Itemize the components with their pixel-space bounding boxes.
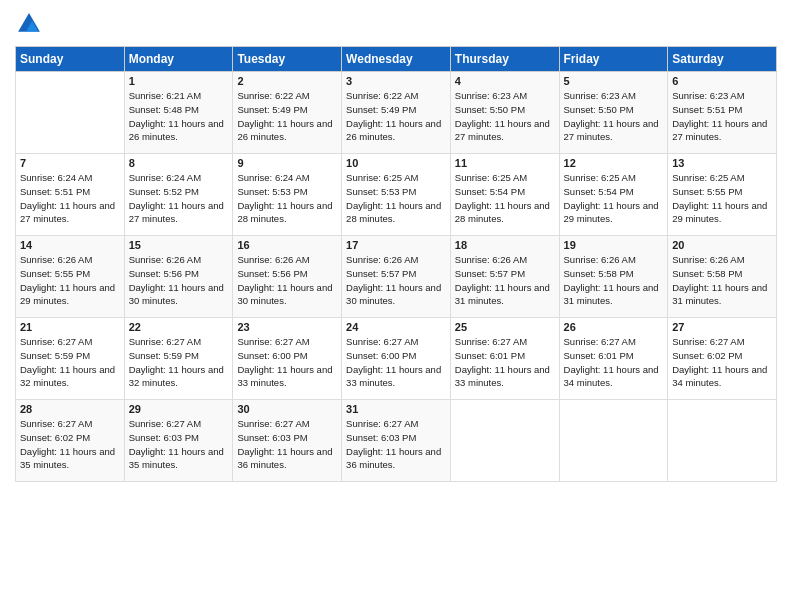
calendar-cell: 15Sunrise: 6:26 AMSunset: 5:56 PMDayligh… bbox=[124, 236, 233, 318]
day-number: 8 bbox=[129, 157, 229, 169]
calendar-cell: 14Sunrise: 6:26 AMSunset: 5:55 PMDayligh… bbox=[16, 236, 125, 318]
day-number: 31 bbox=[346, 403, 446, 415]
calendar-cell: 9Sunrise: 6:24 AMSunset: 5:53 PMDaylight… bbox=[233, 154, 342, 236]
week-row-5: 28Sunrise: 6:27 AMSunset: 6:02 PMDayligh… bbox=[16, 400, 777, 482]
day-info: Sunrise: 6:23 AMSunset: 5:51 PMDaylight:… bbox=[672, 89, 772, 144]
day-number: 9 bbox=[237, 157, 337, 169]
day-info: Sunrise: 6:26 AMSunset: 5:56 PMDaylight:… bbox=[237, 253, 337, 308]
week-row-1: 1Sunrise: 6:21 AMSunset: 5:48 PMDaylight… bbox=[16, 72, 777, 154]
day-info: Sunrise: 6:27 AMSunset: 6:02 PMDaylight:… bbox=[20, 417, 120, 472]
calendar-cell bbox=[668, 400, 777, 482]
calendar-cell: 10Sunrise: 6:25 AMSunset: 5:53 PMDayligh… bbox=[342, 154, 451, 236]
day-number: 4 bbox=[455, 75, 555, 87]
day-number: 19 bbox=[564, 239, 664, 251]
day-number: 16 bbox=[237, 239, 337, 251]
day-number: 15 bbox=[129, 239, 229, 251]
day-number: 1 bbox=[129, 75, 229, 87]
day-number: 11 bbox=[455, 157, 555, 169]
day-number: 17 bbox=[346, 239, 446, 251]
calendar-cell: 25Sunrise: 6:27 AMSunset: 6:01 PMDayligh… bbox=[450, 318, 559, 400]
day-header-tuesday: Tuesday bbox=[233, 47, 342, 72]
calendar-cell: 5Sunrise: 6:23 AMSunset: 5:50 PMDaylight… bbox=[559, 72, 668, 154]
day-info: Sunrise: 6:27 AMSunset: 6:03 PMDaylight:… bbox=[346, 417, 446, 472]
day-info: Sunrise: 6:23 AMSunset: 5:50 PMDaylight:… bbox=[455, 89, 555, 144]
day-info: Sunrise: 6:24 AMSunset: 5:52 PMDaylight:… bbox=[129, 171, 229, 226]
day-info: Sunrise: 6:27 AMSunset: 6:00 PMDaylight:… bbox=[237, 335, 337, 390]
calendar-cell bbox=[16, 72, 125, 154]
calendar-cell: 13Sunrise: 6:25 AMSunset: 5:55 PMDayligh… bbox=[668, 154, 777, 236]
day-info: Sunrise: 6:24 AMSunset: 5:51 PMDaylight:… bbox=[20, 171, 120, 226]
day-number: 13 bbox=[672, 157, 772, 169]
calendar-cell: 26Sunrise: 6:27 AMSunset: 6:01 PMDayligh… bbox=[559, 318, 668, 400]
day-info: Sunrise: 6:21 AMSunset: 5:48 PMDaylight:… bbox=[129, 89, 229, 144]
calendar-cell: 30Sunrise: 6:27 AMSunset: 6:03 PMDayligh… bbox=[233, 400, 342, 482]
calendar-cell: 21Sunrise: 6:27 AMSunset: 5:59 PMDayligh… bbox=[16, 318, 125, 400]
day-number: 6 bbox=[672, 75, 772, 87]
calendar-cell: 17Sunrise: 6:26 AMSunset: 5:57 PMDayligh… bbox=[342, 236, 451, 318]
day-number: 3 bbox=[346, 75, 446, 87]
calendar-cell: 31Sunrise: 6:27 AMSunset: 6:03 PMDayligh… bbox=[342, 400, 451, 482]
day-info: Sunrise: 6:23 AMSunset: 5:50 PMDaylight:… bbox=[564, 89, 664, 144]
day-header-thursday: Thursday bbox=[450, 47, 559, 72]
logo bbox=[15, 10, 47, 38]
day-header-saturday: Saturday bbox=[668, 47, 777, 72]
day-number: 29 bbox=[129, 403, 229, 415]
week-row-4: 21Sunrise: 6:27 AMSunset: 5:59 PMDayligh… bbox=[16, 318, 777, 400]
calendar-cell: 22Sunrise: 6:27 AMSunset: 5:59 PMDayligh… bbox=[124, 318, 233, 400]
day-info: Sunrise: 6:26 AMSunset: 5:58 PMDaylight:… bbox=[672, 253, 772, 308]
calendar-cell: 12Sunrise: 6:25 AMSunset: 5:54 PMDayligh… bbox=[559, 154, 668, 236]
calendar-cell: 1Sunrise: 6:21 AMSunset: 5:48 PMDaylight… bbox=[124, 72, 233, 154]
day-info: Sunrise: 6:27 AMSunset: 6:01 PMDaylight:… bbox=[564, 335, 664, 390]
logo-icon bbox=[15, 10, 43, 38]
calendar-cell: 20Sunrise: 6:26 AMSunset: 5:58 PMDayligh… bbox=[668, 236, 777, 318]
calendar-cell: 2Sunrise: 6:22 AMSunset: 5:49 PMDaylight… bbox=[233, 72, 342, 154]
calendar-cell: 18Sunrise: 6:26 AMSunset: 5:57 PMDayligh… bbox=[450, 236, 559, 318]
day-info: Sunrise: 6:27 AMSunset: 5:59 PMDaylight:… bbox=[20, 335, 120, 390]
day-number: 18 bbox=[455, 239, 555, 251]
day-number: 10 bbox=[346, 157, 446, 169]
page-container: SundayMondayTuesdayWednesdayThursdayFrid… bbox=[0, 0, 792, 487]
calendar-cell: 4Sunrise: 6:23 AMSunset: 5:50 PMDaylight… bbox=[450, 72, 559, 154]
day-info: Sunrise: 6:25 AMSunset: 5:54 PMDaylight:… bbox=[564, 171, 664, 226]
calendar-cell: 16Sunrise: 6:26 AMSunset: 5:56 PMDayligh… bbox=[233, 236, 342, 318]
day-info: Sunrise: 6:24 AMSunset: 5:53 PMDaylight:… bbox=[237, 171, 337, 226]
day-info: Sunrise: 6:27 AMSunset: 6:03 PMDaylight:… bbox=[237, 417, 337, 472]
calendar-cell: 7Sunrise: 6:24 AMSunset: 5:51 PMDaylight… bbox=[16, 154, 125, 236]
calendar-cell: 6Sunrise: 6:23 AMSunset: 5:51 PMDaylight… bbox=[668, 72, 777, 154]
day-number: 26 bbox=[564, 321, 664, 333]
week-row-2: 7Sunrise: 6:24 AMSunset: 5:51 PMDaylight… bbox=[16, 154, 777, 236]
day-info: Sunrise: 6:26 AMSunset: 5:57 PMDaylight:… bbox=[346, 253, 446, 308]
day-number: 20 bbox=[672, 239, 772, 251]
header bbox=[15, 10, 777, 38]
day-info: Sunrise: 6:27 AMSunset: 6:00 PMDaylight:… bbox=[346, 335, 446, 390]
day-header-monday: Monday bbox=[124, 47, 233, 72]
calendar-cell: 24Sunrise: 6:27 AMSunset: 6:00 PMDayligh… bbox=[342, 318, 451, 400]
day-info: Sunrise: 6:27 AMSunset: 6:01 PMDaylight:… bbox=[455, 335, 555, 390]
calendar-cell: 8Sunrise: 6:24 AMSunset: 5:52 PMDaylight… bbox=[124, 154, 233, 236]
day-number: 23 bbox=[237, 321, 337, 333]
day-info: Sunrise: 6:27 AMSunset: 6:02 PMDaylight:… bbox=[672, 335, 772, 390]
day-number: 28 bbox=[20, 403, 120, 415]
day-header-sunday: Sunday bbox=[16, 47, 125, 72]
day-number: 24 bbox=[346, 321, 446, 333]
calendar-cell: 29Sunrise: 6:27 AMSunset: 6:03 PMDayligh… bbox=[124, 400, 233, 482]
day-number: 25 bbox=[455, 321, 555, 333]
day-number: 27 bbox=[672, 321, 772, 333]
day-number: 2 bbox=[237, 75, 337, 87]
calendar-cell: 23Sunrise: 6:27 AMSunset: 6:00 PMDayligh… bbox=[233, 318, 342, 400]
day-info: Sunrise: 6:25 AMSunset: 5:55 PMDaylight:… bbox=[672, 171, 772, 226]
day-number: 14 bbox=[20, 239, 120, 251]
calendar-cell: 11Sunrise: 6:25 AMSunset: 5:54 PMDayligh… bbox=[450, 154, 559, 236]
day-number: 5 bbox=[564, 75, 664, 87]
day-header-wednesday: Wednesday bbox=[342, 47, 451, 72]
day-info: Sunrise: 6:26 AMSunset: 5:56 PMDaylight:… bbox=[129, 253, 229, 308]
calendar-cell bbox=[450, 400, 559, 482]
day-number: 22 bbox=[129, 321, 229, 333]
day-number: 7 bbox=[20, 157, 120, 169]
calendar-table: SundayMondayTuesdayWednesdayThursdayFrid… bbox=[15, 46, 777, 482]
day-number: 30 bbox=[237, 403, 337, 415]
day-info: Sunrise: 6:26 AMSunset: 5:55 PMDaylight:… bbox=[20, 253, 120, 308]
header-row: SundayMondayTuesdayWednesdayThursdayFrid… bbox=[16, 47, 777, 72]
calendar-cell: 19Sunrise: 6:26 AMSunset: 5:58 PMDayligh… bbox=[559, 236, 668, 318]
day-info: Sunrise: 6:22 AMSunset: 5:49 PMDaylight:… bbox=[237, 89, 337, 144]
